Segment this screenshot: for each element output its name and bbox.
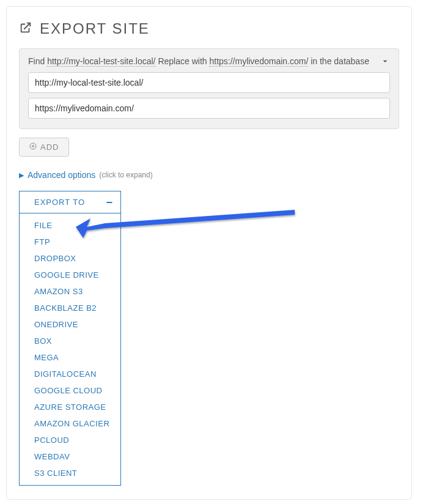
export-site-panel: EXPORT SITE Find http://my-local-test-si… [6, 6, 412, 500]
export-item-google-drive[interactable]: GOOGLE DRIVE [20, 267, 120, 283]
export-item-file[interactable]: FILE [20, 217, 120, 234]
export-to-list: FILEFTPDROPBOXGOOGLE DRIVEAMAZON S3BACKB… [20, 213, 120, 485]
triangle-right-icon: ▶ [19, 171, 24, 179]
export-to-menu: EXPORT TO − FILEFTPDROPBOXGOOGLE DRIVEAM… [19, 191, 121, 486]
advanced-options-hint: (click to expand) [99, 171, 152, 179]
export-item-s3-client[interactable]: S3 CLIENT [20, 465, 120, 481]
export-to-header-label: EXPORT TO [34, 198, 85, 207]
find-input[interactable] [28, 72, 390, 93]
export-item-backblaze-b2[interactable]: BACKBLAZE B2 [20, 300, 120, 316]
export-item-mega[interactable]: MEGA [20, 349, 120, 366]
advanced-options-label: Advanced options [28, 170, 95, 180]
export-item-amazon-glacier[interactable]: AMAZON GLACIER [20, 415, 120, 432]
export-item-azure-storage[interactable]: AZURE STORAGE [20, 399, 120, 415]
export-item-webdav[interactable]: WEBDAV [20, 448, 120, 465]
find-replace-panel: Find http://my-local-test-site.local/ Re… [19, 48, 399, 129]
export-to-header[interactable]: EXPORT TO − [20, 191, 120, 213]
summary-suffix: in the database [311, 56, 369, 66]
minus-icon: − [106, 199, 113, 206]
add-button-label: ADD [40, 143, 59, 152]
export-item-dropbox[interactable]: DROPBOX [20, 250, 120, 267]
page-title: EXPORT SITE [40, 20, 150, 37]
export-item-onedrive[interactable]: ONEDRIVE [20, 316, 120, 333]
summary-middle: Replace with [158, 56, 209, 66]
export-item-digitalocean[interactable]: DIGITALOCEAN [20, 366, 120, 382]
add-button[interactable]: ADD [19, 138, 69, 157]
find-replace-summary: Find http://my-local-test-site.local/ Re… [28, 56, 390, 66]
export-item-pcloud[interactable]: PCLOUD [20, 432, 120, 448]
collapse-toggle[interactable] [380, 56, 390, 69]
replace-url-link[interactable]: https://mylivedomain.com/ [209, 56, 308, 67]
find-url-link[interactable]: http://my-local-test-site.local/ [47, 56, 155, 67]
export-item-box[interactable]: BOX [20, 333, 120, 349]
panel-header: EXPORT SITE [19, 20, 399, 37]
summary-prefix: Find [28, 56, 47, 66]
advanced-options-toggle[interactable]: ▶ Advanced options (click to expand) [19, 170, 399, 180]
export-item-google-cloud[interactable]: GOOGLE CLOUD [20, 382, 120, 399]
export-icon [19, 21, 32, 37]
export-item-ftp[interactable]: FTP [20, 234, 120, 250]
export-item-amazon-s3[interactable]: AMAZON S3 [20, 283, 120, 300]
plus-icon [29, 143, 37, 152]
replace-input[interactable] [28, 98, 390, 119]
